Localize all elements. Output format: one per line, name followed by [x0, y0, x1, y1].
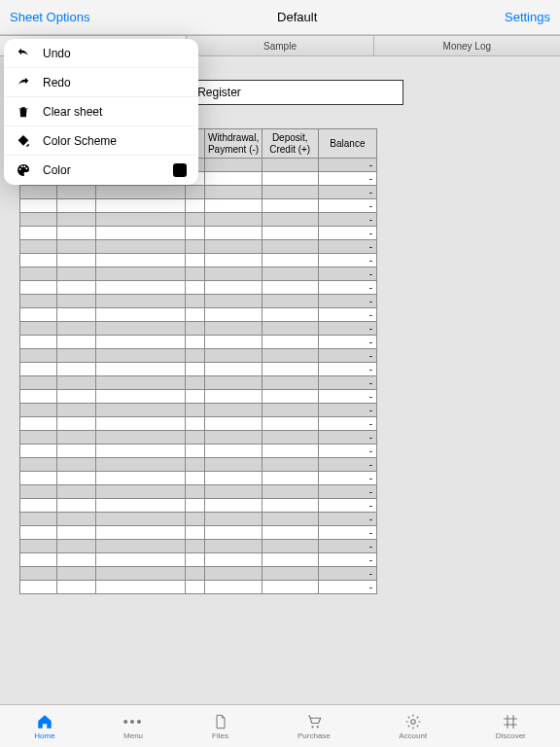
cell[interactable]	[186, 526, 205, 540]
cell[interactable]	[20, 513, 57, 526]
cell[interactable]	[20, 485, 57, 499]
cell[interactable]	[205, 472, 262, 485]
cell-balance[interactable]: -	[318, 376, 376, 390]
cell[interactable]	[205, 363, 262, 376]
cell[interactable]	[186, 540, 205, 553]
cell[interactable]	[262, 526, 318, 540]
cell[interactable]	[20, 254, 57, 267]
cell[interactable]	[96, 213, 186, 227]
cell-balance[interactable]: -	[318, 322, 376, 336]
cell[interactable]	[205, 404, 262, 417]
cell[interactable]	[186, 417, 205, 431]
cell[interactable]	[20, 526, 57, 540]
cell[interactable]	[262, 431, 318, 445]
cell[interactable]	[205, 581, 262, 594]
cell[interactable]	[186, 513, 205, 526]
table-row[interactable]: -	[20, 363, 377, 376]
cell-balance[interactable]: -	[318, 445, 376, 458]
cell[interactable]	[205, 308, 262, 322]
cell[interactable]	[205, 499, 262, 513]
cell[interactable]	[20, 390, 57, 404]
cell-balance[interactable]: -	[318, 227, 376, 240]
cell[interactable]	[262, 308, 318, 322]
cell[interactable]	[96, 295, 186, 308]
table-row[interactable]: -	[20, 526, 377, 540]
cell[interactable]	[57, 472, 96, 485]
cell[interactable]	[205, 322, 262, 336]
cell[interactable]	[20, 472, 57, 485]
cell-balance[interactable]: -	[318, 295, 376, 308]
cell[interactable]	[57, 540, 96, 553]
cell[interactable]	[205, 485, 262, 499]
cell[interactable]	[20, 186, 57, 199]
cell-balance[interactable]: -	[318, 172, 376, 186]
cell[interactable]	[96, 553, 186, 567]
cell[interactable]	[57, 390, 96, 404]
cell[interactable]	[186, 458, 205, 472]
cell[interactable]	[57, 363, 96, 376]
cell[interactable]	[96, 308, 186, 322]
cell[interactable]	[57, 267, 96, 281]
table-row[interactable]: -	[20, 513, 377, 526]
cell[interactable]	[186, 363, 205, 376]
cell[interactable]	[20, 499, 57, 513]
cell[interactable]	[262, 199, 318, 213]
cell[interactable]	[262, 445, 318, 458]
bb-menu[interactable]: ••• Menu	[123, 713, 143, 740]
cell[interactable]	[205, 349, 262, 363]
cell-balance[interactable]: -	[318, 526, 376, 540]
cell[interactable]	[186, 254, 205, 267]
cell[interactable]	[20, 227, 57, 240]
cell[interactable]	[205, 159, 262, 172]
cell[interactable]	[205, 295, 262, 308]
cell[interactable]	[96, 390, 186, 404]
cell[interactable]	[57, 295, 96, 308]
cell[interactable]	[96, 431, 186, 445]
cell-balance[interactable]: -	[318, 213, 376, 227]
cell[interactable]	[186, 390, 205, 404]
cell-balance[interactable]: -	[318, 472, 376, 485]
undo-item[interactable]: Undo	[4, 39, 198, 68]
cell[interactable]	[96, 363, 186, 376]
cell[interactable]	[20, 581, 57, 594]
cell[interactable]	[262, 417, 318, 431]
cell[interactable]	[205, 567, 262, 581]
cell[interactable]	[205, 213, 262, 227]
cell[interactable]	[57, 281, 96, 295]
cell[interactable]	[186, 376, 205, 390]
cell[interactable]	[186, 227, 205, 240]
cell[interactable]	[96, 227, 186, 240]
cell[interactable]	[262, 159, 318, 172]
table-row[interactable]: -	[20, 417, 377, 431]
table-row[interactable]: -	[20, 540, 377, 553]
cell[interactable]	[205, 458, 262, 472]
settings-button[interactable]: Settings	[505, 10, 550, 24]
cell[interactable]	[205, 199, 262, 213]
cell[interactable]	[57, 567, 96, 581]
cell-balance[interactable]: -	[318, 553, 376, 567]
cell[interactable]	[57, 581, 96, 594]
cell-balance[interactable]: -	[318, 513, 376, 526]
tab-sample[interactable]: Sample	[187, 35, 373, 55]
cell[interactable]	[262, 267, 318, 281]
table-row[interactable]: -	[20, 267, 377, 281]
table-row[interactable]: -	[20, 186, 377, 199]
cell[interactable]	[205, 445, 262, 458]
cell[interactable]	[262, 213, 318, 227]
cell[interactable]	[57, 526, 96, 540]
clear-sheet-item[interactable]: Clear sheet	[4, 97, 198, 126]
cell[interactable]	[20, 553, 57, 567]
cell[interactable]	[186, 553, 205, 567]
cell[interactable]	[20, 540, 57, 553]
cell[interactable]	[262, 363, 318, 376]
cell[interactable]	[205, 186, 262, 199]
cell[interactable]	[186, 485, 205, 499]
cell-balance[interactable]: -	[318, 485, 376, 499]
cell[interactable]	[205, 513, 262, 526]
table-row[interactable]: -	[20, 390, 377, 404]
cell-balance[interactable]: -	[318, 267, 376, 281]
cell[interactable]	[96, 581, 186, 594]
cell[interactable]	[20, 267, 57, 281]
cell-balance[interactable]: -	[318, 254, 376, 267]
cell[interactable]	[20, 376, 57, 390]
